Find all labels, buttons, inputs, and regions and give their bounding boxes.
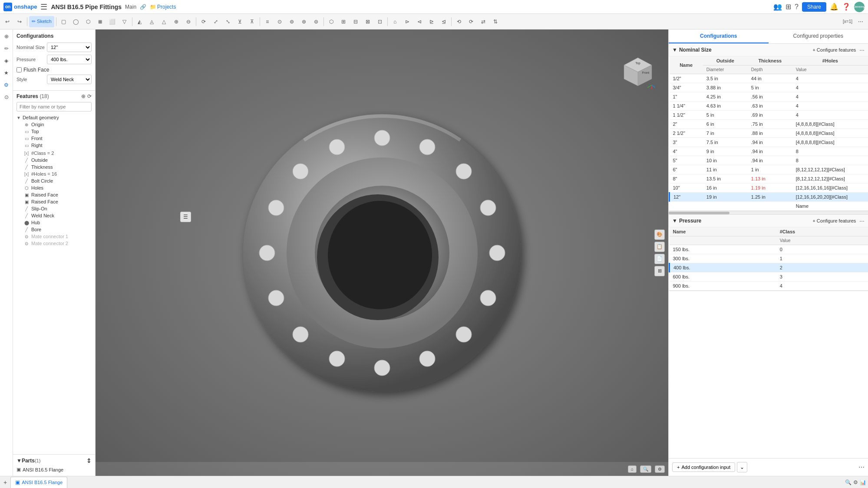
pressure-row-0[interactable]: 150 lbs. 0 (670, 245, 868, 254)
feature-bore[interactable]: ╱ Bore (17, 226, 92, 233)
share-button[interactable]: Share (802, 2, 826, 12)
toolbar-btn-1[interactable]: ▢ (58, 16, 69, 27)
geometry-group-header[interactable]: ▼ Default geometry (17, 114, 92, 121)
feature-weld-neck[interactable]: ╱ Weld Neck (17, 212, 92, 219)
toolbar-btn-12[interactable]: ⟳ (198, 16, 209, 27)
pressure-row-2[interactable]: 400 lbs. 2 (670, 263, 868, 272)
feature-right[interactable]: ▭ Right (17, 142, 92, 149)
hamburger-menu-icon[interactable]: ☰ (40, 2, 47, 12)
toolbar-btn-34[interactable]: ⇄ (478, 16, 489, 27)
left-icon-select[interactable]: ⊕ (1, 31, 12, 42)
toolbar-btn-9[interactable]: △ (158, 16, 170, 27)
tab-ansi-b165-flange[interactable]: ▣ ANSI B16.5 Flange (10, 477, 67, 488)
toolbar-redo[interactable]: ↪ (14, 16, 25, 27)
left-icon-mate[interactable]: ⊙ (1, 92, 12, 102)
main-tab[interactable]: Main (125, 4, 136, 10)
feature-thickness[interactable]: ╱ Thickness (17, 164, 92, 170)
nominal-size-row-13[interactable]: 12" 19 in 1.25 in [12,16,16,20,20][#Clas… (670, 193, 868, 202)
left-icon-config[interactable]: ⚙ (1, 80, 12, 90)
toolbar-more[interactable]: ⋯ (855, 16, 866, 27)
user-avatar[interactable]: Jeremy (854, 2, 865, 12)
feature-class-var[interactable]: [x] #Class = 2 (17, 150, 92, 157)
bottom-icon-1[interactable]: 🔍 (845, 479, 851, 485)
feature-holes-var[interactable]: [x] #Holes = 16 (17, 170, 92, 177)
vp-btn-copy[interactable]: 📋 (654, 242, 665, 252)
toolbar-btn-25[interactable]: ⊠ (362, 16, 373, 27)
feature-top[interactable]: ▭ Top (17, 128, 92, 135)
toolbar-btn-26[interactable]: ⊡ (374, 16, 386, 27)
toolbar-btn-5[interactable]: ⬜ (107, 16, 118, 27)
toolbar-btn-4[interactable]: ▦ (95, 16, 106, 27)
toolbar-btn-14[interactable]: ⤡ (222, 16, 234, 27)
feature-mate-2[interactable]: ⊙ Mate connector 2 (17, 240, 92, 247)
toolbar-btn-7[interactable]: ◭ (134, 16, 145, 27)
toolbar-btn-31[interactable]: ⊴ (438, 16, 449, 27)
toolbar-btn-32[interactable]: ⟲ (453, 16, 465, 27)
tab-configured-properties[interactable]: Configured properties (769, 29, 868, 43)
tab-configurations[interactable]: Configurations (669, 29, 769, 43)
nominal-size-row-6[interactable]: 2 1/2" 7 in .88 in [4,8,8,8,8][#Class] (670, 129, 868, 138)
toolbar-btn-16[interactable]: ⊼ (247, 16, 258, 27)
feature-bolt-circle[interactable]: ╱ Bolt Circle (17, 177, 92, 184)
pressure-more-btn[interactable]: ··· (859, 217, 865, 224)
toolbar-sketch[interactable]: ✏ Sketch (29, 16, 54, 27)
nominal-size-row-8[interactable]: 4" 9 in .94 in 8 (670, 147, 868, 156)
nominal-size-row-4[interactable]: 1 1/2" 5 in .69 in 4 (670, 111, 868, 120)
nominal-size-row-9[interactable]: 5" 10 in .94 in 8 (670, 156, 868, 165)
nominal-size-row-2[interactable]: 1" 4.25 in .56 in 4 (670, 92, 868, 102)
notification-icon[interactable]: 🔔 (830, 3, 838, 11)
toolbar-btn-19[interactable]: ⊚ (286, 16, 297, 27)
configure-features-btn[interactable]: + Configure features (812, 47, 856, 52)
feature-raised-face-2[interactable]: ▣ Raised Face (17, 198, 92, 205)
nominal-size-chevron[interactable]: ▼ (672, 47, 677, 53)
feature-front[interactable]: ▭ Front (17, 135, 92, 142)
nominal-size-row-1[interactable]: 3/4" 3.88 in 5 in 4 (670, 83, 868, 92)
pressure-select[interactable]: 400 lbs. 150 lbs. 300 lbs. 600 lbs. (47, 55, 92, 64)
toolbar-btn-11[interactable]: ⊖ (183, 16, 194, 27)
parts-expand-btn[interactable]: ⇕ (86, 457, 92, 464)
link-icon[interactable]: 🔗 (140, 4, 146, 10)
nominal-size-row-12[interactable]: 10" 16 in 1.19 in [12,16,16,16,16][#Clas… (670, 183, 868, 193)
feature-search-input[interactable] (17, 102, 92, 111)
bottom-icon-2[interactable]: ⚙ (853, 479, 858, 485)
toolbar-btn-33[interactable]: ⟳ (465, 16, 477, 27)
feature-hub[interactable]: ⬤ Hub (17, 219, 92, 226)
pressure-configure-btn[interactable]: + Configure features (812, 218, 856, 223)
nominal-size-row-11[interactable]: 8" 13.5 in 1.13 in [8,12,12,12,12][#Clas… (670, 174, 868, 183)
footer-more-btn[interactable]: ⋯ (858, 464, 865, 471)
pressure-chevron[interactable]: ▼ (672, 218, 677, 224)
scroll-indicator[interactable] (669, 211, 868, 214)
part-item-flange[interactable]: ▣ ANSI B16.5 Flange (17, 466, 92, 473)
toolbar-btn-27[interactable]: ⌂ (389, 16, 401, 27)
toolbar-btn-13[interactable]: ⤢ (210, 16, 221, 27)
toolbar-btn-6[interactable]: ▽ (119, 16, 130, 27)
toolbar-btn-23[interactable]: ⊞ (338, 16, 349, 27)
nominal-size-row-10[interactable]: 6" 11 in 1 in [8,12,12,12,12][#Class] (670, 165, 868, 174)
view-bottom-btn-settings[interactable]: ⚙ (655, 465, 665, 473)
add-feature-btn[interactable]: ⊕ (81, 93, 86, 99)
toolbar-btn-35[interactable]: ⇅ (490, 16, 501, 27)
toolbar-btn-30[interactable]: ⊵ (426, 16, 437, 27)
nominal-size-select[interactable]: 12" 1/2" 3/4" 1" 2" (47, 43, 92, 52)
pressure-row-4[interactable]: 900 lbs. 4 (670, 282, 868, 291)
feature-origin[interactable]: ⊕ Origin (17, 121, 92, 128)
nominal-size-row-0[interactable]: 1/2" 3.5 in 44 in 4 (670, 74, 868, 83)
feature-raised-face-1[interactable]: ▣ Raised Face (17, 191, 92, 198)
parts-header[interactable]: ▼ Parts (1) ⇕ (17, 457, 92, 464)
nominal-size-row-5[interactable]: 2" 6 in .75 in [4,8,8,8,8][#Class] (670, 120, 868, 129)
toolbar-undo[interactable]: ↩ (2, 16, 13, 27)
toolbar-btn-17[interactable]: ≡ (262, 16, 273, 27)
add-tab-btn[interactable]: + (2, 479, 9, 486)
nominal-size-row-14[interactable]: Name (670, 202, 868, 211)
flush-face-checkbox[interactable] (17, 67, 22, 72)
add-configuration-input-btn[interactable]: + Add configuration input (672, 462, 735, 472)
view-bottom-btn-search[interactable]: 🔍 (640, 465, 651, 473)
feature-outside[interactable]: ╱ Outside (17, 157, 92, 164)
pressure-row-3[interactable]: 600 lbs. 3 (670, 272, 868, 282)
feature-slip-on[interactable]: ╱ Slip-On (17, 205, 92, 212)
toolbar-btn-3[interactable]: ⬡ (83, 16, 94, 27)
help-circle-icon[interactable]: ❓ (842, 3, 851, 11)
vp-btn-section[interactable]: ⊞ (654, 266, 665, 276)
view-bottom-btn-home[interactable]: ⌂ (628, 465, 637, 473)
refresh-feature-btn[interactable]: ⟳ (87, 93, 92, 99)
